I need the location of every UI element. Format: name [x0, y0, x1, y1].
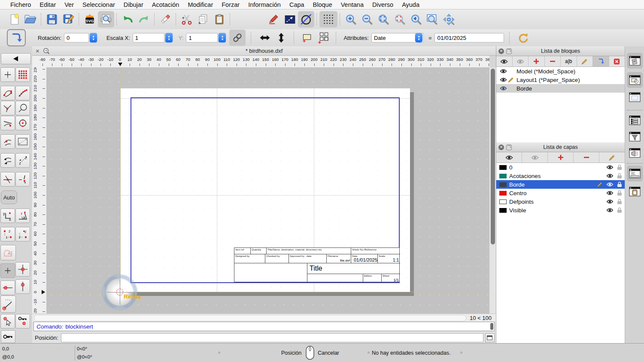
remove-block-button[interactable] [545, 56, 561, 66]
remove-layer-button[interactable] [574, 152, 599, 163]
hide-all-layers-button[interactable] [522, 152, 548, 163]
snap-on-entity-button[interactable] [15, 86, 30, 100]
redo-button[interactable] [136, 11, 152, 27]
command-window-button[interactable] [485, 333, 495, 342]
lock-icon[interactable] [617, 190, 622, 196]
close-view-button[interactable]: × [36, 47, 39, 54]
eye-icon[interactable] [606, 182, 614, 187]
toggle-layer-list-panel-button[interactable] [627, 112, 643, 128]
zoom-out-button[interactable] [359, 11, 375, 27]
new-file-button[interactable] [6, 11, 22, 27]
menu-item-editar[interactable]: Editar [35, 1, 60, 8]
restrict-nothing-button[interactable] [0, 263, 15, 278]
add-layer-button[interactable] [548, 152, 574, 163]
menu-item-acotación[interactable]: Acotación [148, 1, 184, 8]
corner-point-1-2-button[interactable]: 12 [0, 227, 15, 241]
toggle-library-panel-button[interactable] [627, 89, 643, 105]
svg-export-button[interactable]: SVG [82, 11, 98, 27]
undock-panel-button[interactable]: ❐ [506, 48, 512, 54]
pan-button[interactable] [440, 11, 457, 27]
eye-icon[interactable] [500, 77, 507, 82]
eye-icon[interactable] [500, 69, 507, 74]
menu-item-modificar[interactable]: Modificar [183, 1, 217, 8]
lock-zero-button[interactable] [1, 330, 15, 343]
rotation-spinner[interactable]: 0 ▲▼ [64, 33, 97, 42]
corner-point-2-1-button[interactable]: 12 [15, 227, 30, 241]
block-row-borde[interactable]: Borde [496, 84, 625, 93]
close-panel-button[interactable]: ✕ [498, 48, 504, 54]
snap-perpendicular-button[interactable] [0, 101, 15, 115]
snap-rectangle-button[interactable] [15, 134, 30, 149]
drawing-area[interactable]: Item ref Quantity Title/Name, destinatio… [46, 67, 489, 314]
toggle-shapes-panel-button[interactable] [627, 72, 643, 88]
snap-intersection-button[interactable] [0, 172, 15, 187]
eye-icon[interactable] [606, 190, 614, 196]
snap-reset-button[interactable] [0, 245, 16, 260]
toggle-command-panel-button[interactable] [627, 166, 643, 181]
restrict-angle-button[interactable] [0, 296, 16, 313]
command-scrollbar-thumb[interactable] [490, 323, 493, 330]
layer-row-borde[interactable]: Borde [496, 180, 625, 189]
menu-item-bloque[interactable]: Bloque [309, 1, 337, 8]
restrict-orthogonal-button[interactable] [0, 153, 15, 168]
command-history[interactable]: Comando: blockinsert [33, 322, 495, 331]
command-input[interactable] [61, 333, 483, 342]
cut-button[interactable] [179, 11, 195, 27]
snap-endpoints-button[interactable] [0, 86, 15, 100]
lock-icon[interactable] [617, 199, 622, 205]
menu-item-ver[interactable]: Ver [60, 1, 78, 8]
horizontal-scrollbar[interactable]: 10 < 100 [32, 314, 496, 322]
menu-item-ventana[interactable]: Ventana [337, 1, 368, 8]
zoom-selection-button[interactable] [392, 11, 408, 27]
insert-block-panel-button[interactable] [593, 56, 609, 66]
block-row-model[interactable]: Model (*Model_Space) [496, 67, 625, 75]
zoom-in-button[interactable] [343, 11, 359, 27]
rename-block-button[interactable]: a|b [561, 56, 577, 66]
undo-button[interactable] [119, 11, 136, 27]
show-all-blocks-button[interactable] [496, 56, 513, 66]
toggle-filter-panel-button[interactable] [627, 129, 643, 145]
flip-horizontal-button[interactable] [257, 30, 273, 46]
eye-icon[interactable] [606, 199, 614, 204]
layer-row-centro[interactable]: Centro [496, 189, 625, 197]
delete-button[interactable] [157, 11, 173, 27]
show-all-layers-button[interactable] [496, 152, 522, 163]
lock-icon[interactable] [617, 181, 622, 187]
lock-icon[interactable] [617, 173, 622, 179]
close-panel-button[interactable]: ✕ [498, 145, 504, 150]
insert-block-button[interactable] [7, 29, 26, 46]
snap-reference-button[interactable] [15, 101, 30, 115]
grid-toggle-button[interactable] [319, 11, 337, 27]
eye-icon[interactable] [500, 86, 507, 91]
reset-attribute-button[interactable] [515, 30, 532, 46]
vertical-scrollbar-thumb[interactable] [491, 69, 495, 244]
snap-intersection-manual-button[interactable] [15, 172, 30, 187]
paste-button[interactable] [211, 11, 228, 27]
insert-single-button[interactable] [299, 30, 315, 46]
select-window-button[interactable] [282, 11, 298, 27]
hide-all-blocks-button[interactable] [513, 56, 529, 66]
scale-y-spinner[interactable]: 1 ▲▼ [186, 33, 226, 42]
eye-icon[interactable] [606, 165, 614, 170]
print-preview-button[interactable] [98, 11, 114, 27]
edit-layer-button[interactable] [599, 152, 625, 163]
menu-item-capa[interactable]: Capa [285, 1, 309, 8]
block-row-layout1[interactable]: Layout1 (*Paper_Space) [496, 75, 625, 84]
restrict-horizontal-button[interactable] [0, 281, 15, 295]
menu-item-dibujar[interactable]: Dibujar [119, 1, 148, 8]
copy-button[interactable] [195, 11, 211, 27]
insert-array-button[interactable] [315, 30, 331, 46]
coordinate-polar-button[interactable]: ra [15, 208, 30, 223]
edit-block-button[interactable] [577, 56, 593, 66]
snap-distance-button[interactable] [0, 134, 15, 149]
link-scales-button[interactable] [229, 30, 246, 46]
lock-relative-zero-button[interactable] [15, 314, 30, 329]
snap-center-button[interactable] [15, 116, 30, 130]
restrict-both-button[interactable] [15, 262, 30, 277]
vertical-scrollbar[interactable] [489, 67, 496, 314]
layer-row-0[interactable]: 0 [496, 163, 625, 172]
toggle-section-panel-button[interactable] [627, 145, 643, 161]
menu-item-seleccionar[interactable]: Seleccionar [78, 1, 119, 8]
zoom-previous-button[interactable] [408, 11, 424, 27]
layer-row-acotaciones[interactable]: Acotaciones [496, 172, 625, 180]
